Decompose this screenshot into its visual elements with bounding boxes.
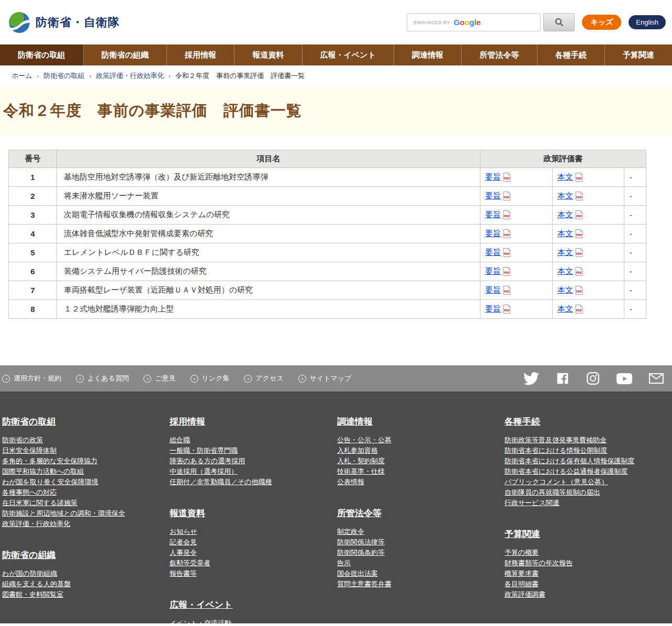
- breadcrumb-initiatives[interactable]: 防衛省の取組: [43, 71, 84, 81]
- footer-link[interactable]: 報告書等: [170, 568, 337, 579]
- fulltext-pdf-link[interactable]: 本文 PDF: [557, 248, 583, 258]
- summary-pdf-link[interactable]: 要旨 PDF: [485, 229, 511, 239]
- footer-link[interactable]: 防衛省本省における保有個人情報保護制度: [505, 456, 672, 466]
- footer-heading[interactable]: 防衛省の組織: [2, 549, 55, 561]
- footer-link[interactable]: 任期付／非常勤職員／その他職種: [170, 477, 337, 487]
- nav-item-laws[interactable]: 所管法令等: [462, 44, 537, 65]
- footer-link[interactable]: パブリックコメント（意見公募）: [505, 477, 672, 487]
- footer-link[interactable]: 在日米軍に関する諸施策: [2, 498, 170, 508]
- footer-heading[interactable]: 予算関連: [505, 528, 540, 540]
- footer-link[interactable]: 質問主意書答弁書: [337, 579, 505, 589]
- footer-link[interactable]: 財務書類等の年次報告: [505, 558, 672, 568]
- footer-link[interactable]: 自衛隊員の再就職等規制の届出: [505, 487, 672, 498]
- footer-link[interactable]: 公告・公示・公募: [337, 435, 505, 445]
- site-logo[interactable]: 防衛省・自衛隊: [8, 12, 120, 33]
- footer-heading[interactable]: 調達情報: [337, 416, 373, 428]
- footer-link[interactable]: 各種事態への対応: [2, 487, 170, 498]
- footer-link[interactable]: 総合職: [170, 435, 337, 445]
- english-button[interactable]: English: [629, 15, 666, 29]
- footer-link[interactable]: 記者会見: [170, 537, 337, 547]
- summary-pdf-link[interactable]: 要旨 PDF: [485, 285, 511, 295]
- fulltext-pdf-link[interactable]: 本文 PDF: [557, 285, 583, 295]
- footer-link[interactable]: 国会提出法案: [337, 568, 505, 579]
- utility-link[interactable]: › アクセス: [244, 374, 283, 383]
- footer-link[interactable]: 公表情報: [337, 477, 505, 487]
- footer-link[interactable]: 防衛施設と周辺地域との調和・環境保全: [2, 508, 170, 519]
- nav-item-pr-events[interactable]: 広報・イベント: [303, 44, 395, 65]
- footer-link[interactable]: 制定政令: [337, 527, 505, 537]
- nav-item-organization[interactable]: 防衛省の組織: [84, 44, 167, 65]
- footer-link[interactable]: 日米安全保障体制: [2, 445, 170, 456]
- utility-link[interactable]: › サイトマップ: [298, 374, 352, 383]
- youtube-icon[interactable]: [617, 373, 632, 384]
- footer-link[interactable]: 組織を支える人的基盤: [2, 579, 170, 589]
- utility-link[interactable]: › ご意見: [143, 374, 175, 383]
- mail-icon[interactable]: [649, 373, 664, 384]
- footer-link[interactable]: 防衛省本省における公益通報者保護制度: [505, 466, 672, 477]
- footer-link[interactable]: 入札参加資格: [337, 445, 505, 456]
- footer-link[interactable]: 防衛省の政策: [2, 435, 170, 445]
- summary-pdf-link[interactable]: 要旨 PDF: [485, 304, 511, 314]
- footer-link[interactable]: 予算の概要: [505, 547, 672, 558]
- footer-heading[interactable]: 所管法令等: [337, 507, 382, 519]
- twitter-icon[interactable]: [523, 372, 539, 385]
- footer-link[interactable]: わが国を取り巻く安全保障環境: [2, 477, 170, 487]
- footer-link[interactable]: 障害のある方の選考採用: [170, 456, 337, 466]
- footer-link[interactable]: 図書館・史料閲覧室: [2, 589, 170, 600]
- footer-link[interactable]: 一般職・防衛省専門職: [170, 445, 337, 456]
- footer-link[interactable]: わが国の防衛組織: [2, 568, 170, 579]
- nav-item-press[interactable]: 報道資料: [234, 44, 302, 65]
- footer-link[interactable]: お知らせ: [170, 527, 337, 537]
- nav-item-recruit[interactable]: 採用情報: [167, 44, 234, 65]
- search-button[interactable]: [543, 13, 575, 31]
- footer-link[interactable]: 防衛関係条約等: [337, 547, 505, 558]
- nav-item-procedures[interactable]: 各種手続: [537, 44, 605, 65]
- footer-heading[interactable]: 広報・イベント: [170, 599, 233, 611]
- facebook-icon[interactable]: [556, 372, 569, 385]
- summary-pdf-link[interactable]: 要旨 PDF: [485, 191, 511, 201]
- kids-button[interactable]: キッズ: [582, 15, 621, 30]
- instagram-icon[interactable]: [586, 372, 600, 385]
- fulltext-pdf-link[interactable]: 本文 PDF: [557, 304, 583, 314]
- footer-link[interactable]: 政策評価調書: [505, 589, 672, 600]
- search-input[interactable]: ENHANCED BY Google: [407, 13, 541, 31]
- nav-item-procurement[interactable]: 調達情報: [394, 44, 462, 65]
- footer-link[interactable]: 各目明細書: [505, 579, 672, 589]
- footer-link[interactable]: 行政サービス関連: [505, 498, 672, 508]
- footer-link[interactable]: 多角的・多層的な安全保障協力: [2, 456, 170, 466]
- footer-heading[interactable]: 防衛省の取組: [2, 416, 55, 428]
- summary-pdf-link[interactable]: 要旨 PDF: [485, 172, 511, 182]
- footer-link[interactable]: 防衛省本省における情報公開制度: [505, 445, 672, 456]
- footer-link[interactable]: 政策評価・行政効率化: [2, 519, 170, 529]
- footer-heading[interactable]: 報道資料: [170, 507, 205, 519]
- summary-pdf-link[interactable]: 要旨 PDF: [485, 266, 511, 276]
- footer-link[interactable]: 概算要求書: [505, 568, 672, 579]
- utility-link[interactable]: › 運用方針・規約: [2, 374, 61, 383]
- fulltext-pdf-link[interactable]: 本文 PDF: [557, 229, 583, 239]
- utility-link[interactable]: › リンク集: [191, 374, 230, 383]
- footer-heading[interactable]: 各種手続: [505, 416, 540, 428]
- footer-link[interactable]: 人事発令: [170, 547, 337, 558]
- footer-link[interactable]: 中途採用（選考採用）: [170, 466, 337, 477]
- nav-item-initiatives[interactable]: 防衛省の取組: [0, 44, 84, 65]
- footer-link[interactable]: 国際平和協力活動への取組: [2, 466, 170, 477]
- fulltext-pdf-link[interactable]: 本文 PDF: [557, 191, 583, 201]
- footer-heading[interactable]: 採用情報: [170, 416, 205, 428]
- fulltext-pdf-link[interactable]: 本文 PDF: [557, 172, 583, 182]
- summary-pdf-link[interactable]: 要旨 PDF: [485, 248, 511, 258]
- fulltext-pdf-link[interactable]: 本文 PDF: [557, 266, 583, 276]
- footer-link[interactable]: 告示: [337, 558, 505, 568]
- utility-link[interactable]: › よくある質問: [76, 374, 129, 383]
- breadcrumb-home[interactable]: ホーム: [12, 71, 32, 81]
- footer-link[interactable]: イベント・交流活動: [170, 618, 337, 623]
- breadcrumb-policy-evaluation[interactable]: 政策評価・行政効率化: [96, 71, 164, 81]
- footer-link[interactable]: 防衛政策等普及啓発事業費補助金: [505, 435, 672, 445]
- fulltext-pdf-link[interactable]: 本文 PDF: [557, 210, 583, 220]
- footer-link[interactable]: 技術基準・仕様: [337, 466, 505, 477]
- footer-link[interactable]: 防衛関係法律等: [337, 537, 505, 547]
- nav-item-budget[interactable]: 予算関連: [605, 44, 672, 65]
- footer-link[interactable]: 叙勲等受章者: [170, 558, 337, 568]
- summary-pdf-link[interactable]: 要旨 PDF: [485, 210, 511, 220]
- footer-section: 報道資料 お知らせ 記者会見 人事発令 叙勲等受章者 報告書等: [170, 507, 337, 579]
- footer-link[interactable]: 入札・契約制度: [337, 456, 505, 466]
